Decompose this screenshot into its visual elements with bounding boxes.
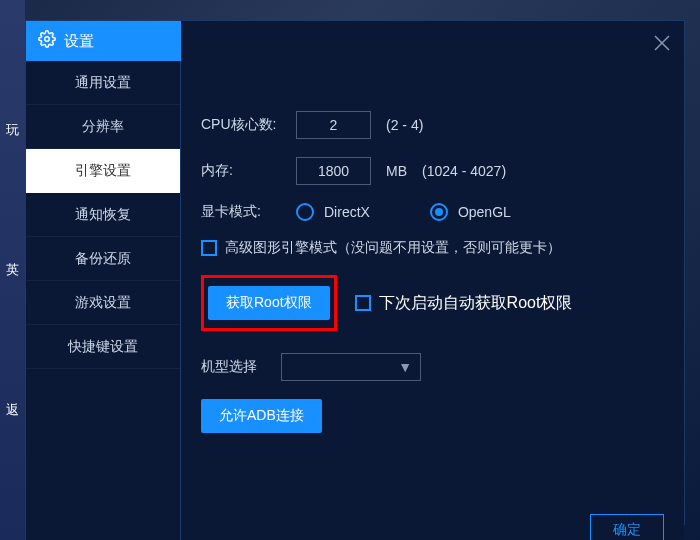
sidebar-item-resolution[interactable]: 分辨率 (26, 105, 180, 149)
radio-directx[interactable]: DirectX (296, 203, 370, 221)
gpu-label: 显卡模式: (201, 203, 296, 221)
model-label: 机型选择 (201, 358, 281, 376)
title-bar: 设置 (26, 21, 181, 61)
checkbox-label: 下次启动自动获取Root权限 (379, 293, 573, 314)
sidebar: 通用设置 分辨率 引擎设置 通知恢复 备份还原 游戏设置 快捷键设置 (26, 61, 181, 540)
confirm-button[interactable]: 确定 (590, 514, 664, 540)
checkbox-icon (355, 295, 371, 311)
get-root-button[interactable]: 获取Root权限 (208, 286, 330, 320)
sidebar-item-engine[interactable]: 引擎设置 (26, 149, 180, 193)
svg-point-2 (45, 37, 50, 42)
background-strip: 玩 英 返 (0, 0, 25, 540)
sidebar-item-label: 引擎设置 (75, 162, 131, 180)
gear-icon (38, 30, 56, 52)
close-icon (652, 33, 672, 53)
radio-opengl[interactable]: OpenGL (430, 203, 511, 221)
bg-char: 返 (6, 401, 19, 419)
cpu-hint: (2 - 4) (386, 117, 423, 133)
chevron-down-icon: ▼ (398, 359, 412, 375)
cpu-row: CPU核心数: (2 - 4) (201, 111, 664, 139)
sidebar-item-notification[interactable]: 通知恢复 (26, 193, 180, 237)
content-panel: CPU核心数: (2 - 4) 内存: MB (1024 - 4027) 显卡模… (181, 61, 684, 540)
checkbox-auto-root[interactable]: 下次启动自动获取Root权限 (355, 293, 573, 314)
cpu-input[interactable] (296, 111, 371, 139)
sidebar-item-label: 备份还原 (75, 250, 131, 268)
memory-label: 内存: (201, 162, 296, 180)
sidebar-item-label: 快捷键设置 (68, 338, 138, 356)
highlight-box: 获取Root权限 (201, 275, 337, 331)
checkbox-label: 高级图形引擎模式（没问题不用设置，否则可能更卡） (225, 239, 561, 257)
allow-adb-button[interactable]: 允许ADB连接 (201, 399, 322, 433)
sidebar-item-general[interactable]: 通用设置 (26, 61, 180, 105)
button-label: 获取Root权限 (226, 294, 312, 310)
dialog-title: 设置 (64, 32, 94, 51)
sidebar-item-backup[interactable]: 备份还原 (26, 237, 180, 281)
memory-row: 内存: MB (1024 - 4027) (201, 157, 664, 185)
memory-unit: MB (386, 163, 407, 179)
model-row: 机型选择 ▼ (201, 353, 664, 381)
button-label: 允许ADB连接 (219, 407, 304, 423)
checkbox-icon (201, 240, 217, 256)
close-button[interactable] (652, 33, 672, 53)
advanced-row: 高级图形引擎模式（没问题不用设置，否则可能更卡） (201, 239, 664, 257)
button-label: 确定 (613, 521, 641, 537)
settings-dialog: 设置 通用设置 分辨率 引擎设置 通知恢复 备份还原 游戏设置 快捷键设置 CP… (25, 20, 685, 525)
sidebar-item-label: 通用设置 (75, 74, 131, 92)
model-select[interactable]: ▼ (281, 353, 421, 381)
bg-char: 英 (6, 261, 19, 279)
root-row: 获取Root权限 下次启动自动获取Root权限 (201, 275, 664, 331)
radio-icon (430, 203, 448, 221)
radio-icon (296, 203, 314, 221)
sidebar-item-label: 分辨率 (82, 118, 124, 136)
memory-input[interactable] (296, 157, 371, 185)
adb-row: 允许ADB连接 (201, 399, 664, 433)
radio-label: DirectX (324, 204, 370, 220)
memory-hint: (1024 - 4027) (422, 163, 506, 179)
checkbox-advanced[interactable]: 高级图形引擎模式（没问题不用设置，否则可能更卡） (201, 239, 561, 257)
sidebar-item-label: 游戏设置 (75, 294, 131, 312)
gpu-row: 显卡模式: DirectX OpenGL (201, 203, 664, 221)
sidebar-item-label: 通知恢复 (75, 206, 131, 224)
radio-label: OpenGL (458, 204, 511, 220)
bg-char: 玩 (6, 121, 19, 139)
sidebar-item-game[interactable]: 游戏设置 (26, 281, 180, 325)
cpu-label: CPU核心数: (201, 116, 296, 134)
sidebar-item-shortcut[interactable]: 快捷键设置 (26, 325, 180, 369)
